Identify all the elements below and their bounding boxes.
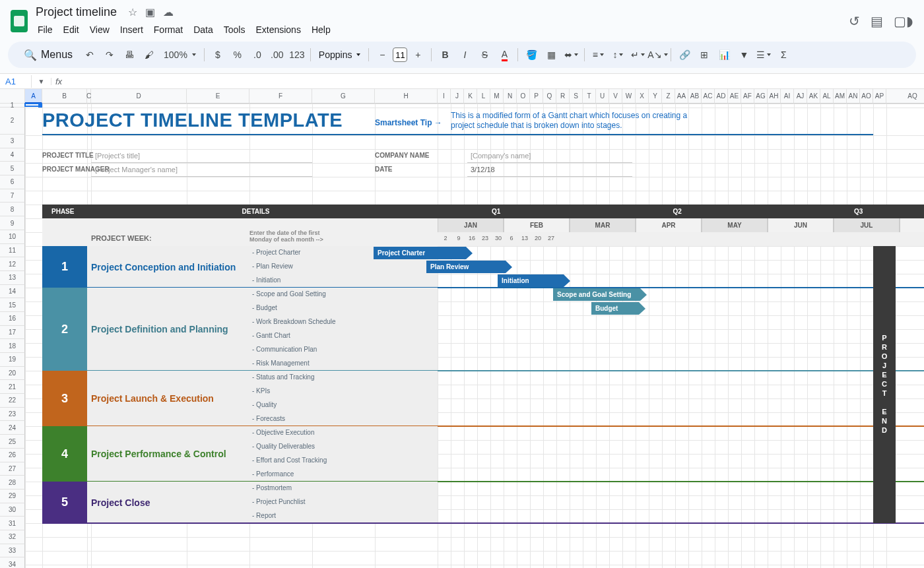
row-header-5[interactable]: 5 [0, 162, 25, 175]
row-header-24[interactable]: 24 [0, 421, 25, 435]
row-header-21[interactable]: 21 [0, 380, 25, 394]
percent-button[interactable]: % [228, 46, 247, 64]
row-header-27[interactable]: 27 [0, 462, 25, 476]
row-header-22[interactable]: 22 [0, 394, 25, 408]
col-header-U[interactable]: U [596, 89, 609, 104]
text-color-button[interactable]: A [495, 46, 513, 64]
row-header-20[interactable]: 20 [0, 367, 25, 381]
menus-search[interactable]: 🔍 Menus [17, 46, 79, 64]
row-header-17[interactable]: 17 [0, 326, 25, 340]
col-header-T[interactable]: T [583, 89, 596, 104]
menu-tools[interactable]: Tools [219, 22, 250, 38]
strike-button[interactable]: S [475, 46, 494, 64]
paint-format-button[interactable]: 🖌 [140, 46, 158, 64]
row-header-28[interactable]: 28 [0, 476, 25, 489]
sheets-logo[interactable] [11, 10, 28, 32]
row-header-32[interactable]: 32 [0, 530, 25, 544]
col-header-H[interactable]: H [375, 89, 438, 104]
menu-view[interactable]: View [85, 22, 114, 38]
menu-file[interactable]: File [33, 22, 57, 38]
col-header-V[interactable]: V [609, 89, 622, 104]
row-header-7[interactable]: 7 [0, 189, 25, 203]
comment-icon[interactable]: ▤ [871, 13, 883, 29]
row-header-33[interactable]: 33 [0, 544, 25, 558]
more-formats-button[interactable]: 123 [288, 46, 306, 64]
halign-button[interactable]: ≡ [589, 46, 607, 64]
col-header-K[interactable]: K [464, 89, 477, 104]
menu-help[interactable]: Help [307, 22, 335, 38]
filter-button[interactable]: ▼ [735, 46, 753, 64]
rotate-button[interactable]: A↘ [648, 46, 667, 64]
name-box[interactable]: A1 [0, 75, 32, 88]
row-header-30[interactable]: 30 [0, 503, 25, 517]
row-header-29[interactable]: 29 [0, 489, 25, 503]
col-header-AK[interactable]: AK [807, 89, 820, 104]
row-header-19[interactable]: 19 [0, 353, 25, 367]
col-header-D[interactable]: D [91, 89, 187, 104]
zoom-dropdown[interactable]: 100% [160, 48, 200, 61]
menu-data[interactable]: Data [189, 22, 218, 38]
chart-button[interactable]: 📊 [715, 46, 733, 64]
increase-decimal-button[interactable]: .00 [268, 46, 286, 64]
row-header-31[interactable]: 31 [0, 517, 25, 530]
filter-views-button[interactable]: ☰ [754, 46, 773, 64]
col-header-AG[interactable]: AG [754, 89, 768, 104]
col-header-AI[interactable]: AI [781, 89, 794, 104]
currency-button[interactable]: $ [209, 46, 227, 64]
menu-insert[interactable]: Insert [116, 22, 148, 38]
formula-input[interactable] [66, 75, 924, 88]
comment-button[interactable]: ⊞ [695, 46, 713, 64]
col-header-AC[interactable]: AC [702, 89, 715, 104]
row-header-15[interactable]: 15 [0, 298, 25, 312]
col-header-P[interactable]: P [530, 89, 543, 104]
col-header-X[interactable]: X [636, 89, 649, 104]
col-header-M[interactable]: M [490, 89, 504, 104]
col-header-AP[interactable]: AP [873, 89, 886, 104]
row-header-10[interactable]: 10 [0, 230, 25, 244]
doc-title[interactable]: Project timeline [33, 4, 119, 20]
col-header-AH[interactable]: AH [768, 89, 781, 104]
undo-button[interactable]: ↶ [81, 46, 99, 64]
row-header-26[interactable]: 26 [0, 449, 25, 462]
font-size-input[interactable] [393, 47, 407, 62]
italic-button[interactable]: I [455, 46, 474, 64]
col-header-AA[interactable]: AA [675, 89, 688, 104]
row-header-23[interactable]: 23 [0, 408, 25, 422]
col-header-AM[interactable]: AM [834, 89, 847, 104]
move-icon[interactable]: ▣ [145, 6, 155, 18]
row-header-2[interactable]: 2 [0, 108, 25, 135]
date-value[interactable]: 3/12/18 [471, 166, 495, 174]
menu-format[interactable]: Format [149, 22, 187, 38]
col-header-AF[interactable]: AF [741, 89, 754, 104]
col-header-A[interactable]: A [25, 89, 42, 104]
functions-button[interactable]: Σ [774, 46, 793, 64]
col-header-N[interactable]: N [504, 89, 517, 104]
col-header-AL[interactable]: AL [820, 89, 834, 104]
project-manager-value[interactable]: [Project Manager's name] [95, 166, 178, 174]
decrease-decimal-button[interactable]: .0 [248, 46, 267, 64]
row-header-16[interactable]: 16 [0, 312, 25, 326]
font-size-inc[interactable]: + [409, 46, 427, 64]
cloud-icon[interactable]: ☁ [163, 6, 174, 18]
row-header-18[interactable]: 18 [0, 339, 25, 353]
col-header-AB[interactable]: AB [688, 89, 702, 104]
menu-extensions[interactable]: Extensions [251, 22, 305, 38]
row-header-3[interactable]: 3 [0, 135, 25, 148]
valign-button[interactable]: ↕ [609, 46, 627, 64]
col-header-W[interactable]: W [622, 89, 636, 104]
row-header-14[interactable]: 14 [0, 285, 25, 299]
col-header-AJ[interactable]: AJ [794, 89, 807, 104]
row-header-25[interactable]: 25 [0, 435, 25, 449]
link-button[interactable]: 🔗 [675, 46, 694, 64]
col-header-AD[interactable]: AD [715, 89, 728, 104]
redo-button[interactable]: ↷ [100, 46, 119, 64]
menu-edit[interactable]: Edit [59, 22, 84, 38]
col-header-E[interactable]: E [187, 89, 249, 104]
row-header-4[interactable]: 4 [0, 148, 25, 162]
row-header-11[interactable]: 11 [0, 244, 25, 258]
col-header-Y[interactable]: Y [649, 89, 662, 104]
col-header-AE[interactable]: AE [728, 89, 741, 104]
name-box-dropdown[interactable]: ▼ [32, 78, 51, 85]
star-icon[interactable]: ☆ [128, 6, 137, 18]
col-header-AN[interactable]: AN [847, 89, 860, 104]
